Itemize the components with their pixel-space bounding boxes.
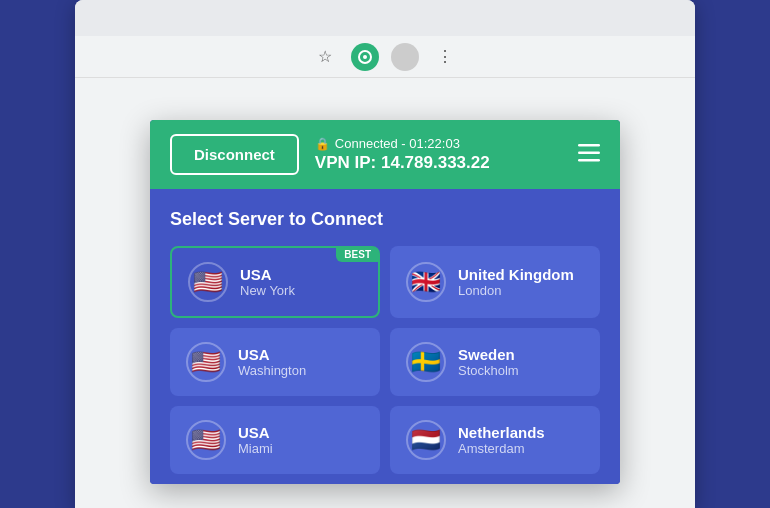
server-card-sweden-stockholm[interactable]: 🇸🇪SwedenStockholm xyxy=(390,328,600,396)
server-card-usa-miami[interactable]: 🇺🇸USAMiami xyxy=(170,406,380,474)
disconnect-button[interactable]: Disconnect xyxy=(170,134,299,175)
server-country-usa-miami: USA xyxy=(238,424,273,441)
server-info-netherlands-amsterdam: NetherlandsAmsterdam xyxy=(458,424,545,456)
vpn-app-window: Disconnect 🔒 Connected - 01:22:03 VPN IP… xyxy=(150,120,620,484)
server-info-usa-newyork: USANew York xyxy=(240,266,295,298)
server-city-usa-miami: Miami xyxy=(238,441,273,456)
server-country-uk-london: United Kingdom xyxy=(458,266,574,283)
server-city-usa-washington: Washington xyxy=(238,363,306,378)
flag-usa-miami: 🇺🇸 xyxy=(186,420,226,460)
server-card-usa-washington[interactable]: 🇺🇸USAWashington xyxy=(170,328,380,396)
bookmark-icon[interactable]: ☆ xyxy=(311,43,339,71)
server-grid: BEST🇺🇸USANew York🇬🇧United KingdomLondon🇺… xyxy=(170,246,600,474)
vpn-icon-svg xyxy=(357,49,373,65)
server-info-usa-miami: USAMiami xyxy=(238,424,273,456)
connected-status: 🔒 Connected - 01:22:03 xyxy=(315,136,578,151)
lock-icon: 🔒 xyxy=(315,137,330,151)
server-info-uk-london: United KingdomLondon xyxy=(458,266,574,298)
connected-text: Connected - 01:22:03 xyxy=(335,136,460,151)
flag-sweden-stockholm: 🇸🇪 xyxy=(406,342,446,382)
server-list-container: Select Server to Connect BEST🇺🇸USANew Yo… xyxy=(150,189,620,484)
server-info-sweden-stockholm: SwedenStockholm xyxy=(458,346,519,378)
server-city-usa-newyork: New York xyxy=(240,283,295,298)
flag-uk-london: 🇬🇧 xyxy=(406,262,446,302)
profile-icon[interactable] xyxy=(391,43,419,71)
server-card-netherlands-amsterdam[interactable]: 🇳🇱NetherlandsAmsterdam xyxy=(390,406,600,474)
server-card-uk-london[interactable]: 🇬🇧United KingdomLondon xyxy=(390,246,600,318)
server-country-usa-washington: USA xyxy=(238,346,306,363)
server-country-usa-newyork: USA xyxy=(240,266,295,283)
server-city-sweden-stockholm: Stockholm xyxy=(458,363,519,378)
browser-toolbar: ☆ ⋮ xyxy=(75,36,695,78)
server-list-title: Select Server to Connect xyxy=(170,209,600,230)
server-country-sweden-stockholm: Sweden xyxy=(458,346,519,363)
vpn-header: Disconnect 🔒 Connected - 01:22:03 VPN IP… xyxy=(150,120,620,189)
vpn-extension-icon[interactable] xyxy=(351,43,379,71)
best-badge: BEST xyxy=(336,247,379,262)
more-options-icon[interactable]: ⋮ xyxy=(431,43,459,71)
server-city-netherlands-amsterdam: Amsterdam xyxy=(458,441,545,456)
flag-usa-newyork: 🇺🇸 xyxy=(188,262,228,302)
server-info-usa-washington: USAWashington xyxy=(238,346,306,378)
browser-tab-bar xyxy=(75,0,695,36)
server-card-usa-newyork[interactable]: BEST🇺🇸USANew York xyxy=(170,246,380,318)
svg-rect-2 xyxy=(578,144,600,147)
server-city-uk-london: London xyxy=(458,283,574,298)
svg-point-1 xyxy=(363,55,367,59)
server-country-netherlands-amsterdam: Netherlands xyxy=(458,424,545,441)
connection-info: 🔒 Connected - 01:22:03 VPN IP: 14.789.33… xyxy=(315,136,578,173)
flag-netherlands-amsterdam: 🇳🇱 xyxy=(406,420,446,460)
vpn-ip-address: VPN IP: 14.789.333.22 xyxy=(315,153,578,173)
hamburger-menu-icon[interactable] xyxy=(578,144,600,166)
svg-rect-3 xyxy=(578,151,600,154)
flag-usa-washington: 🇺🇸 xyxy=(186,342,226,382)
svg-rect-4 xyxy=(578,159,600,162)
